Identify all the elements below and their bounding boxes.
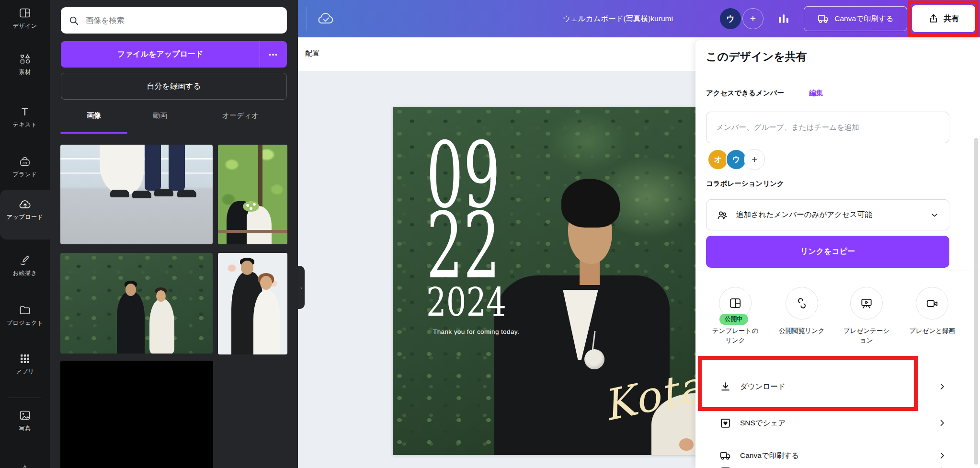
sidebar-item-label: プロジェクト xyxy=(7,319,44,327)
tab-images[interactable]: 画像 xyxy=(84,111,103,120)
download-label: ダウンロード xyxy=(740,382,786,392)
sidebar-item-text[interactable]: T テキスト xyxy=(0,105,50,129)
photo-shoe xyxy=(132,191,151,198)
design-icon xyxy=(19,7,31,19)
thumbnail-video-black[interactable] xyxy=(60,361,213,468)
sidebar-item-label: アップロード xyxy=(7,213,43,221)
sidebar-item-elements[interactable]: 素材 xyxy=(0,53,50,76)
draw-icon xyxy=(19,254,31,266)
svg-text:co: co xyxy=(23,160,27,165)
public-view-link-label: 公開閲覧リンク xyxy=(778,326,826,336)
add-member-avatar-button[interactable]: + xyxy=(744,149,765,170)
photo-groom-face xyxy=(125,284,136,296)
bar-chart-icon xyxy=(777,12,790,25)
print-with-canva-label: Canvaで印刷する xyxy=(834,14,893,24)
copy-link-button[interactable]: リンクをコピー xyxy=(706,236,949,268)
sidebar-item-label: お絵描き xyxy=(13,269,37,277)
thumbnail-photo-forest-kiss[interactable] xyxy=(218,145,287,244)
text-icon: T xyxy=(19,105,31,118)
sidebar-item-draw[interactable]: お絵描き xyxy=(0,254,50,277)
access-dropdown-value: 追加されたメンバーのみがアクセス可能 xyxy=(736,210,922,220)
photo-bride-dress xyxy=(100,145,144,195)
present-record-icon xyxy=(925,297,939,310)
insights-button[interactable] xyxy=(773,10,794,27)
side-rail: デザイン 素材 T テキスト co ブランド アップロード お絵描き プロジェク… xyxy=(0,0,50,468)
photo-groom-pants xyxy=(169,145,185,191)
sidebar-item-design[interactable]: デザイン xyxy=(0,7,50,30)
design-date-day[interactable]: 22 xyxy=(426,201,501,292)
sidebar-item-projects[interactable]: プロジェクト xyxy=(0,304,50,327)
print-with-canva-button[interactable]: Canvaで印刷する xyxy=(804,6,907,31)
uploads-panel: ファイルをアップロード ••• 自分を録画する 画像 動画 オーディオ xyxy=(50,0,298,468)
thumbnail-photo-hug-couple[interactable] xyxy=(218,253,287,354)
template-link-icon xyxy=(729,297,742,310)
record-yourself-button[interactable]: 自分を録画する xyxy=(61,73,287,100)
sidebar-item-photos[interactable]: 写真 xyxy=(0,409,50,433)
editor-topbar: ウェルカムボード(写真横)kurumi ウ + Canvaで印刷する 共有 xyxy=(298,0,980,37)
sidebar-item-brand[interactable]: co ブランド xyxy=(0,155,50,179)
sns-share-label: SNSでシェア xyxy=(740,418,786,428)
menu-item-partial[interactable] xyxy=(719,466,949,468)
presentation-icon xyxy=(860,297,873,310)
menu-item-download[interactable]: ダウンロード xyxy=(695,373,980,400)
public-view-link-button[interactable] xyxy=(786,287,818,320)
thumbnail-photo-kimono-couple[interactable] xyxy=(60,253,213,354)
photo-groom-face xyxy=(241,261,253,275)
access-dropdown[interactable]: 追加されたメンバーのみがアクセス可能 xyxy=(706,199,949,230)
sidebar-item-label: アプリ xyxy=(16,368,34,376)
active-tab-underline xyxy=(60,132,127,134)
projects-icon xyxy=(19,304,31,316)
presentation-label: プレゼンテーション xyxy=(843,326,890,345)
design-caption[interactable]: Thank you for coming today. xyxy=(433,328,519,335)
photo-railing xyxy=(218,230,287,233)
document-title[interactable]: ウェルカムボード(写真横)kurumi xyxy=(563,14,673,24)
search-input[interactable] xyxy=(85,16,279,25)
more-options-icon[interactable]: ••• xyxy=(260,51,287,58)
photo-bride-face xyxy=(156,290,166,302)
add-member-button[interactable]: + xyxy=(742,8,763,29)
share-panel-scrollbar[interactable] xyxy=(974,138,978,465)
edit-members-link[interactable]: 編集 xyxy=(809,89,823,98)
thumbnail-photo-couple-feet[interactable] xyxy=(60,145,213,244)
sidebar-item-label: デザイン xyxy=(12,22,37,30)
photo-tree-trunk xyxy=(258,145,262,207)
presentation-button[interactable] xyxy=(850,287,883,320)
menu-item-sns-share[interactable]: SNSでシェア xyxy=(695,409,980,437)
chevron-down-icon xyxy=(930,210,939,220)
cloud-saved-icon xyxy=(317,10,335,26)
sidebar-item-partial[interactable] xyxy=(18,463,32,468)
avatar[interactable]: ウ xyxy=(720,8,741,29)
photo-groom-hair xyxy=(561,179,620,228)
design-canvas-page[interactable]: 09 22 2024 Thank you for coming today. K… xyxy=(393,107,728,455)
share-button[interactable]: 共有 xyxy=(912,5,975,32)
menu-item-print-with-canva[interactable]: Canvaで印刷する xyxy=(695,442,980,468)
print-truck-icon xyxy=(719,450,731,461)
chevron-right-icon xyxy=(937,418,947,428)
sidebar-item-label: 写真 xyxy=(19,424,31,433)
share-upload-icon xyxy=(928,13,939,24)
add-member-input[interactable] xyxy=(706,112,949,143)
sidebar-item-label: ブランド xyxy=(12,171,37,179)
photo-shoe xyxy=(177,190,196,197)
elements-icon xyxy=(19,53,31,65)
share-design-panel: このデザインを共有 アクセスできるメンバー 編集 オ ウ + コラボレーションリ… xyxy=(695,40,980,468)
design-year[interactable]: 2024 xyxy=(426,283,506,322)
sidebar-item-uploads[interactable]: アップロード xyxy=(0,197,50,221)
present-and-record-button[interactable] xyxy=(916,287,948,320)
sidebar-item-label: テキスト xyxy=(12,121,37,129)
photo-shoe xyxy=(110,190,129,197)
share-panel-title: このデザインを共有 xyxy=(706,49,807,64)
sidebar-item-apps[interactable]: アプリ xyxy=(0,353,50,376)
arrange-button[interactable]: 配置 xyxy=(305,49,319,58)
tab-audio[interactable]: オーディオ xyxy=(218,111,262,120)
search-box[interactable] xyxy=(61,7,287,34)
collaboration-link-label: コラボレーションリンク xyxy=(706,179,784,188)
photo-groom-pants xyxy=(145,145,161,191)
tab-videos[interactable]: 動画 xyxy=(150,111,170,120)
print-with-canva-label: Canvaで印刷する xyxy=(740,451,799,461)
photo-bride xyxy=(247,206,272,244)
panel-collapse-handle[interactable]: ‹ xyxy=(298,266,305,309)
upload-file-button[interactable]: ファイルをアップロード ••• xyxy=(61,41,287,68)
panel-divider xyxy=(695,271,980,271)
template-link-label: テンプレートのリンク xyxy=(711,326,759,345)
